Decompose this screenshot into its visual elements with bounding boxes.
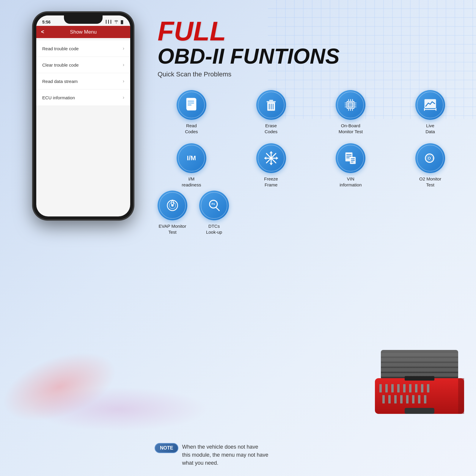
- svg-rect-81: [415, 384, 417, 392]
- vin-icon: [343, 150, 358, 166]
- svg-rect-47: [345, 153, 353, 161]
- svg-rect-30: [425, 99, 436, 108]
- obd-connector-svg: [372, 350, 467, 421]
- svg-line-42: [265, 157, 266, 158]
- back-button[interactable]: <: [41, 29, 44, 35]
- svg-rect-1: [187, 99, 196, 110]
- svg-line-37: [266, 153, 276, 163]
- onboard-monitor-label: On-BoardMonitor Test: [339, 123, 363, 134]
- function-dtcs-lookup[interactable]: Px DTCsLook-up: [196, 191, 232, 235]
- svg-rect-15: [347, 101, 354, 109]
- arrow-icon: ›: [123, 95, 124, 100]
- erase-codes-label: EraseCodes: [265, 123, 277, 134]
- function-vin-info[interactable]: VINinformation: [314, 143, 388, 188]
- function-live-data[interactable]: LiveData: [393, 90, 467, 134]
- vin-info-label: VINinformation: [340, 176, 362, 188]
- svg-point-60: [169, 202, 176, 209]
- svg-point-46: [270, 157, 272, 160]
- functions-row1: ReadCodes EraseCodes: [152, 84, 470, 140]
- document-icon: [184, 97, 199, 113]
- svg-line-39: [271, 152, 272, 153]
- function-onboard-monitor[interactable]: On-BoardMonitor Test: [314, 90, 388, 134]
- svg-rect-74: [405, 376, 434, 381]
- read-codes-icon-circle: [177, 90, 206, 120]
- svg-rect-11: [269, 100, 273, 101]
- svg-line-43: [265, 158, 266, 159]
- svg-rect-9: [267, 103, 275, 111]
- o2-monitor-label: O2 MonitorTest: [419, 176, 441, 188]
- arrow-icon: ›: [123, 78, 124, 84]
- erase-codes-icon-circle: [256, 90, 286, 120]
- svg-line-45: [276, 158, 277, 159]
- svg-point-59: [167, 200, 178, 211]
- im-icon: I/M: [187, 154, 196, 162]
- svg-point-58: [427, 155, 433, 161]
- phone-device: 5:56 ▎▎▎ ▐▌ < Show Menu: [33, 12, 134, 220]
- svg-line-40: [270, 163, 271, 164]
- menu-item-label: ECU information: [42, 95, 75, 100]
- note-text: When the vehicle does not havethis modul…: [182, 443, 268, 467]
- battery-icon: ▐▌: [120, 20, 124, 24]
- phone-notch: [64, 15, 103, 24]
- function-im-readiness[interactable]: I/M I/Mreadiness: [155, 143, 228, 188]
- svg-line-36: [266, 153, 276, 163]
- svg-text:Px: Px: [211, 202, 215, 205]
- wifi-icon: [114, 20, 118, 24]
- vin-info-icon-circle: [336, 143, 365, 173]
- svg-rect-84: [382, 395, 385, 403]
- function-read-codes[interactable]: ReadCodes: [155, 90, 228, 134]
- chip-icon: [343, 97, 358, 113]
- svg-rect-29: [349, 103, 353, 107]
- menu-item-read-trouble[interactable]: Read trouble code ›: [36, 40, 130, 57]
- signal-icon: ▎▎▎: [106, 20, 113, 24]
- menu-item-ecu[interactable]: ECU information ›: [36, 89, 130, 106]
- menu-item-label: Read trouble code: [42, 46, 79, 51]
- svg-rect-10: [266, 101, 275, 102]
- function-evap-monitor[interactable]: EVAP MonitorTest: [155, 191, 190, 235]
- title-obd: OBD-II FUNTIONS: [158, 45, 464, 68]
- menu-item-read-stream[interactable]: Read data stream ›: [36, 73, 130, 89]
- o2-icon: O 2: [422, 150, 438, 166]
- svg-rect-85: [388, 395, 391, 403]
- svg-rect-51: [350, 157, 356, 164]
- svg-rect-89: [412, 395, 414, 403]
- freeze-frame-label: FreezeFrame: [264, 176, 278, 188]
- function-o2-monitor[interactable]: O 2 O2 MonitorTest: [393, 143, 467, 188]
- obd-spacer: [238, 191, 467, 235]
- menu-list: Read trouble code › Clear trouble code ›…: [36, 40, 130, 106]
- svg-line-65: [216, 208, 219, 210]
- o2-monitor-icon-circle: O 2: [415, 143, 445, 173]
- svg-rect-87: [400, 395, 403, 403]
- title-area: FULL OBD-II FUNTIONS Quick Scan the Prob…: [152, 9, 470, 81]
- arrow-icon: ›: [123, 62, 124, 67]
- obd-connector-area: [372, 350, 467, 422]
- svg-rect-93: [458, 378, 464, 414]
- svg-text:O: O: [428, 156, 431, 161]
- svg-rect-86: [394, 395, 397, 403]
- arrow-icon: ›: [123, 46, 124, 51]
- freeze-frame-icon-circle: [256, 143, 286, 173]
- svg-point-61: [171, 204, 174, 207]
- functions-row2: I/M I/Mreadiness: [152, 137, 470, 194]
- im-readiness-label: I/Mreadiness: [182, 176, 201, 188]
- menu-item-clear-trouble[interactable]: Clear trouble code ›: [36, 57, 130, 73]
- trash-icon: [263, 97, 279, 113]
- snowflake-icon: [263, 150, 279, 166]
- menu-item-label: Clear trouble code: [42, 62, 79, 67]
- svg-rect-0: [187, 99, 196, 110]
- status-time: 5:56: [42, 20, 51, 24]
- dtcs-lookup-label: DTCsLook-up: [206, 223, 222, 235]
- svg-rect-82: [421, 384, 423, 392]
- svg-rect-70: [381, 363, 458, 367]
- svg-line-63: [172, 202, 175, 204]
- functions-row3: EVAP MonitorTest Px DTCsLook-up: [152, 191, 470, 235]
- app-header: < Show Menu: [36, 26, 130, 38]
- function-freeze-frame[interactable]: FreezeFrame: [234, 143, 308, 188]
- live-data-icon-circle: [415, 90, 445, 120]
- evap-monitor-label: EVAP MonitorTest: [159, 223, 186, 235]
- function-erase-codes[interactable]: EraseCodes: [234, 90, 308, 134]
- svg-rect-83: [427, 384, 429, 392]
- dtcs-icon: Px: [206, 198, 222, 213]
- note-badge: NOTE: [155, 443, 178, 453]
- svg-rect-76: [385, 384, 388, 392]
